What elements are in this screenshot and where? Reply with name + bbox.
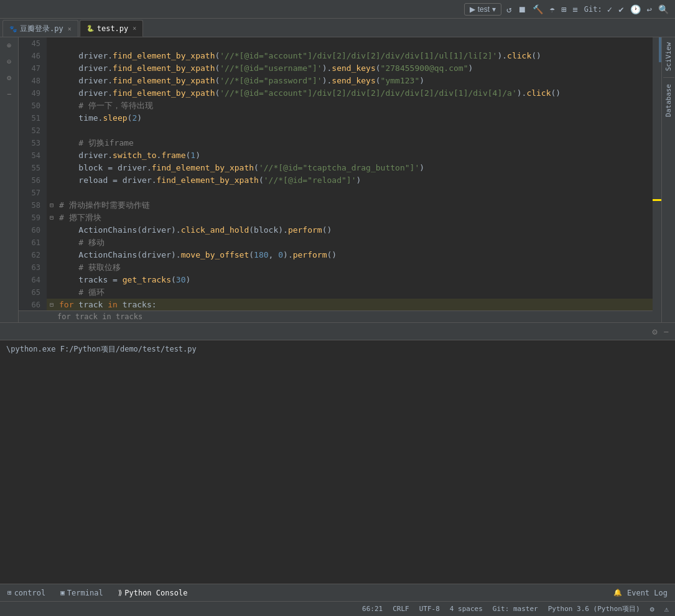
tab-close-doumao[interactable]: × (68, 26, 72, 32)
btab-python-console[interactable]: ⟫ Python Console (116, 587, 190, 599)
line-content (57, 37, 653, 50)
table-row: 66 ⊟ for track in tracks: (19, 299, 653, 311)
line-content: driver.switch_to.frame(1) (57, 149, 653, 162)
table-row: 51 time.sleep(2) (19, 112, 653, 124)
fold-indicator (47, 224, 57, 236)
table-row: 56 reload = driver.find_element_by_xpath… (19, 174, 653, 187)
fold-indicator[interactable]: ⊟ (47, 212, 57, 224)
gutter-icon-add[interactable]: ⊕ (6, 40, 12, 51)
fold-indicator (47, 174, 57, 187)
table-row: 48 driver.find_element_by_xpath('//*[@id… (19, 75, 653, 87)
terminal-icon: ▣ (60, 589, 65, 597)
line-num: 58 (19, 199, 47, 212)
gutter-icon-settings[interactable]: ⚙ (6, 72, 12, 83)
status-settings-icon[interactable]: ⚙ (650, 605, 654, 614)
fold-indicator (47, 249, 57, 261)
btab-terminal[interactable]: ▣ Terminal (58, 587, 105, 599)
git-check-icon[interactable]: ✓ (606, 3, 613, 16)
table-row: 59 ⊟ # 摁下滑块 (19, 212, 653, 224)
btab-control[interactable]: ⊞ control (5, 587, 48, 599)
main-toolbar: ▶ test ▾ ↺ ⏹ 🔨 ☂ ⊞ ≡ Git: ✓ ✔ 🕐 ↩ 🔍 (0, 0, 675, 19)
line-num: 62 (19, 249, 47, 261)
fold-indicator (47, 124, 57, 137)
table-row: 53 # 切换iframe (19, 137, 653, 149)
tab-label-doumao: 豆瓣登录.py (20, 24, 63, 34)
git-history-icon[interactable]: 🕐 (629, 3, 642, 16)
status-position[interactable]: 66:21 (362, 605, 383, 613)
fold-indicator[interactable]: ⊟ (47, 299, 57, 311)
bottom-toolbar: ⚙ − (0, 323, 675, 340)
fold-indicator (47, 187, 57, 199)
line-num: 65 (19, 286, 47, 299)
line-num: 51 (19, 112, 47, 124)
fold-indicator (47, 236, 57, 249)
side-tabs: SciView Database (661, 37, 675, 322)
line-content: # 滑动操作时需要动作链 (57, 199, 653, 212)
status-git[interactable]: Git: master (493, 605, 538, 613)
fold-indicator[interactable]: ⊟ (47, 199, 57, 212)
fold-indicator (47, 62, 57, 75)
status-encoding[interactable]: UTF-8 (419, 605, 440, 613)
stop-icon[interactable]: ⏹ (516, 3, 528, 16)
more-icon[interactable]: ≡ (571, 3, 579, 16)
search-icon[interactable]: 🔍 (657, 3, 670, 16)
line-num: 46 (19, 50, 47, 62)
line-content: for track in tracks: (57, 299, 653, 311)
code-editor[interactable]: 45 46 driver.find_element_by_xpath('//*[… (19, 37, 653, 322)
tab-doumao[interactable]: 🐾 豆瓣登录.py × (2, 20, 78, 37)
tab-icon-test: 🐍 (86, 25, 94, 32)
git-label: Git: (584, 5, 602, 14)
control-icon: ⊞ (7, 589, 12, 597)
bottom-panel: ⚙ − \python.exe F:/Python项目/demo/test/te… (0, 322, 675, 584)
line-num: 64 (19, 274, 47, 286)
tab-close-test[interactable]: × (133, 25, 136, 32)
right-scrollbar[interactable] (653, 37, 661, 322)
table-row: 65 # 循环 (19, 286, 653, 299)
line-num: 54 (19, 149, 47, 162)
tab-test[interactable]: 🐍 test.py × (80, 20, 144, 37)
settings-icon[interactable]: ⚙ (651, 325, 658, 338)
table-row: 50 # 停一下，等待出现 (19, 100, 653, 112)
btab-event-log[interactable]: Event Log (625, 587, 670, 599)
tab-label-test: test.py (97, 24, 129, 33)
fold-indicator (47, 286, 57, 299)
status-python[interactable]: Python 3.6 (Python项目) (548, 604, 640, 614)
fold-indicator (47, 87, 57, 100)
profile-icon[interactable]: ⊞ (560, 3, 567, 16)
gutter-icon-minus[interactable]: − (6, 88, 12, 100)
line-content: # 移动 (57, 236, 653, 249)
git-tick-icon[interactable]: ✔ (617, 3, 625, 16)
line-num: 61 (19, 236, 47, 249)
fold-indicator (47, 149, 57, 162)
table-row: 55 block = driver.find_element_by_xpath(… (19, 162, 653, 174)
line-content: # 摁下滑块 (57, 212, 653, 224)
minimize-icon[interactable]: − (663, 325, 670, 338)
build-icon[interactable]: 🔨 (531, 3, 544, 16)
coverage-icon[interactable]: ☂ (548, 3, 556, 16)
scroll-indicator-yellow (653, 199, 661, 201)
bottom-tabs-bar: ⊞ control ▣ Terminal ⟫ Python Console 🔔 … (0, 584, 675, 601)
run-button[interactable]: ▶ test ▾ (464, 3, 501, 16)
gutter-icon-sub[interactable]: ⊖ (6, 56, 12, 67)
side-tab-divider (663, 77, 674, 78)
side-tab-sciview[interactable]: SciView (662, 37, 675, 76)
line-content: driver.find_element_by_xpath('//*[@id="u… (57, 62, 653, 75)
side-tab-database[interactable]: Database (662, 79, 675, 122)
table-row: 46 driver.find_element_by_xpath('//*[@id… (19, 50, 653, 62)
code-hint: for track in tracks (19, 310, 653, 322)
table-row: 62 ActionChains(driver).move_by_offset(1… (19, 249, 653, 261)
line-content: # 获取位移 (57, 261, 653, 274)
fold-indicator (47, 37, 57, 50)
status-crlf[interactable]: CRLF (393, 605, 409, 613)
rerun-icon[interactable]: ↺ (505, 3, 513, 16)
status-indent[interactable]: 4 spaces (450, 605, 483, 613)
table-row: 60 ActionChains(driver).click_and_hold(b… (19, 224, 653, 236)
fold-indicator (47, 100, 57, 112)
editor-container: ⊕ ⊖ ⚙ − 45 46 driver.find_element_by_xpa… (0, 37, 675, 322)
btab-label-control: control (14, 589, 46, 597)
fold-indicator (47, 112, 57, 124)
table-row: 61 # 移动 (19, 236, 653, 249)
line-content: # 循环 (57, 286, 653, 299)
fold-indicator (47, 50, 57, 62)
git-undo-icon[interactable]: ↩ (646, 3, 653, 16)
